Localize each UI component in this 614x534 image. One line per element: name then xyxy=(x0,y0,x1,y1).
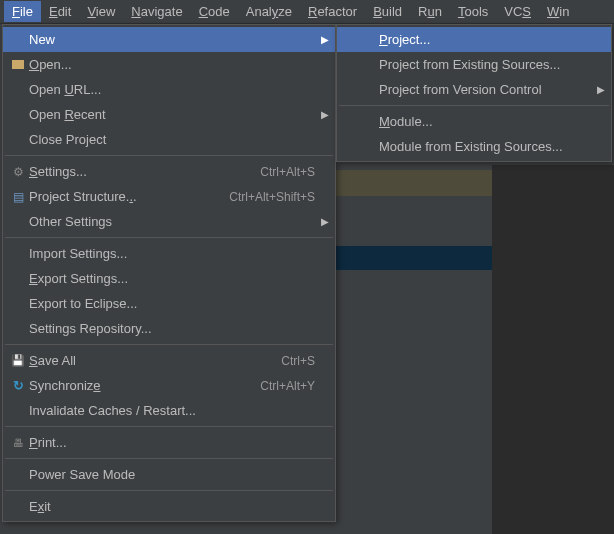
file-menu-new[interactable]: New▶ xyxy=(3,27,335,52)
new-submenu-module[interactable]: Module... xyxy=(337,109,611,134)
file-menu-export-to-eclipse[interactable]: Export to Eclipse... xyxy=(3,291,335,316)
menu-item-label: Export Settings... xyxy=(29,271,315,286)
menubar-edit[interactable]: Edit xyxy=(41,1,79,22)
sync-icon xyxy=(7,378,29,393)
menu-item-label: Invalidate Caches / Restart... xyxy=(29,403,315,418)
menu-item-label: Project from Version Control xyxy=(379,82,591,97)
shortcut-label: Ctrl+S xyxy=(281,354,315,368)
file-menu-import-settings[interactable]: Import Settings... xyxy=(3,241,335,266)
shortcut-label: Ctrl+Alt+S xyxy=(260,165,315,179)
menubar-vcs[interactable]: VCS xyxy=(496,1,539,22)
menu-item-label: Module... xyxy=(379,114,591,129)
menu-item-label: Open... xyxy=(29,57,315,72)
gear-icon xyxy=(7,165,29,179)
new-submenu: Project...Project from Existing Sources.… xyxy=(336,24,612,162)
menu-item-label: Project from Existing Sources... xyxy=(379,57,591,72)
menu-item-label: Print... xyxy=(29,435,315,450)
file-menu-settings-repository[interactable]: Settings Repository... xyxy=(3,316,335,341)
menu-item-label: Exit xyxy=(29,499,315,514)
menu-item-label: Open URL... xyxy=(29,82,315,97)
chevron-right-icon: ▶ xyxy=(597,84,605,95)
file-menu-separator xyxy=(5,426,333,427)
file-menu-open[interactable]: Open... xyxy=(3,52,335,77)
chevron-right-icon: ▶ xyxy=(321,34,329,45)
menu-item-label: Other Settings xyxy=(29,214,315,229)
menubar-analyze[interactable]: Analyze xyxy=(238,1,300,22)
menu-item-label: New xyxy=(29,32,315,47)
file-menu-save-all[interactable]: Save AllCtrl+S xyxy=(3,348,335,373)
file-menu-open-url[interactable]: Open URL... xyxy=(3,77,335,102)
file-menu-separator xyxy=(5,344,333,345)
menubar-refactor[interactable]: Refactor xyxy=(300,1,365,22)
menu-item-label: Module from Existing Sources... xyxy=(379,139,591,154)
menu-item-label: Open Recent xyxy=(29,107,315,122)
new-submenu-module-from-existing-sources[interactable]: Module from Existing Sources... xyxy=(337,134,611,159)
menubar-build[interactable]: Build xyxy=(365,1,410,22)
menubar-win[interactable]: Win xyxy=(539,1,577,22)
menubar-tools[interactable]: Tools xyxy=(450,1,496,22)
folder-icon xyxy=(7,60,29,69)
file-menu-separator xyxy=(5,458,333,459)
file-menu-print[interactable]: Print... xyxy=(3,430,335,455)
menu-item-label: Settings... xyxy=(29,164,244,179)
shortcut-label: Ctrl+Alt+Y xyxy=(260,379,315,393)
file-menu-settings[interactable]: Settings...Ctrl+Alt+S xyxy=(3,159,335,184)
file-menu-power-save-mode[interactable]: Power Save Mode xyxy=(3,462,335,487)
menu-item-label: Save All xyxy=(29,353,265,368)
file-menu-synchronize[interactable]: SynchronizeCtrl+Alt+Y xyxy=(3,373,335,398)
print-icon xyxy=(7,437,29,449)
menu-item-label: Synchronize xyxy=(29,378,244,393)
file-menu-project-structure[interactable]: Project Structure...Ctrl+Alt+Shift+S xyxy=(3,184,335,209)
new-submenu-project-from-existing-sources[interactable]: Project from Existing Sources... xyxy=(337,52,611,77)
file-menu-separator xyxy=(5,237,333,238)
editor-area-bg xyxy=(492,165,614,534)
chevron-right-icon: ▶ xyxy=(321,109,329,120)
menubar-file[interactable]: File xyxy=(4,1,41,22)
menu-item-label: Project Structure... xyxy=(29,189,213,204)
menu-item-label: Export to Eclipse... xyxy=(29,296,315,311)
file-menu-separator xyxy=(5,155,333,156)
file-menu-export-settings[interactable]: Export Settings... xyxy=(3,266,335,291)
file-menu-open-recent[interactable]: Open Recent▶ xyxy=(3,102,335,127)
file-menu: New▶Open...Open URL...Open Recent▶Close … xyxy=(2,24,336,522)
new-submenu-project-from-version-control[interactable]: Project from Version Control▶ xyxy=(337,77,611,102)
file-menu-separator xyxy=(5,490,333,491)
new-submenu-separator xyxy=(339,105,609,106)
menu-item-label: Power Save Mode xyxy=(29,467,315,482)
structure-icon xyxy=(7,190,29,204)
disk-icon xyxy=(7,354,29,367)
menubar-run[interactable]: Run xyxy=(410,1,450,22)
menu-item-label: Settings Repository... xyxy=(29,321,315,336)
shortcut-label: Ctrl+Alt+Shift+S xyxy=(229,190,315,204)
menubar-navigate[interactable]: Navigate xyxy=(123,1,190,22)
file-menu-other-settings[interactable]: Other Settings▶ xyxy=(3,209,335,234)
menubar-code[interactable]: Code xyxy=(191,1,238,22)
new-submenu-project[interactable]: Project... xyxy=(337,27,611,52)
menubar-view[interactable]: View xyxy=(79,1,123,22)
menu-item-label: Import Settings... xyxy=(29,246,315,261)
menu-item-label: Close Project xyxy=(29,132,315,147)
file-menu-exit[interactable]: Exit xyxy=(3,494,335,519)
menubar: FileEditViewNavigateCodeAnalyzeRefactorB… xyxy=(0,0,614,24)
file-menu-close-project[interactable]: Close Project xyxy=(3,127,335,152)
menu-item-label: Project... xyxy=(379,32,591,47)
file-menu-invalidate-caches-restart[interactable]: Invalidate Caches / Restart... xyxy=(3,398,335,423)
chevron-right-icon: ▶ xyxy=(321,216,329,227)
